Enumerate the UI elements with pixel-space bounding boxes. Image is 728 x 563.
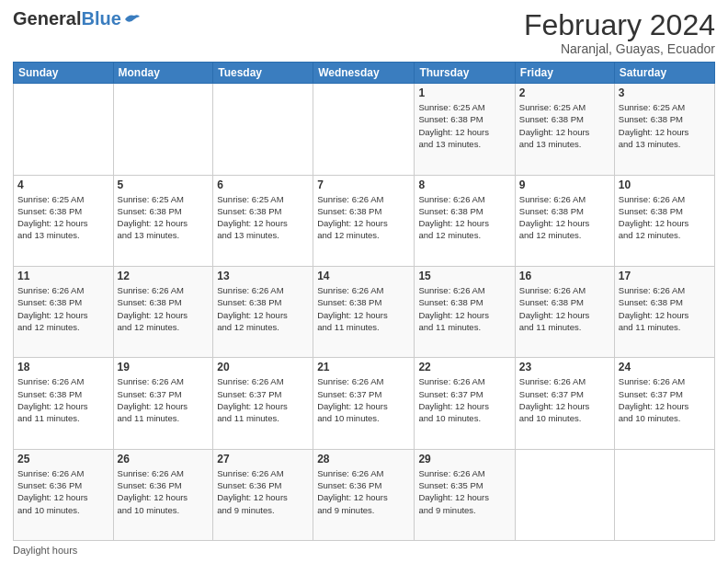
- day-info: Sunrise: 6:26 AMSunset: 6:38 PMDaylight:…: [619, 193, 711, 242]
- calendar-cell: 20Sunrise: 6:26 AMSunset: 6:37 PMDayligh…: [213, 358, 313, 449]
- calendar-cell: [113, 84, 213, 175]
- calendar-cell: 19Sunrise: 6:26 AMSunset: 6:37 PMDayligh…: [113, 358, 213, 449]
- calendar-week-row: 4Sunrise: 6:25 AMSunset: 6:38 PMDaylight…: [14, 175, 715, 266]
- day-number: 21: [317, 361, 410, 373]
- calendar-week-row: 11Sunrise: 6:26 AMSunset: 6:38 PMDayligh…: [14, 266, 715, 357]
- logo-bird-icon: [123, 12, 142, 25]
- calendar-cell: 10Sunrise: 6:26 AMSunset: 6:38 PMDayligh…: [614, 175, 714, 266]
- day-number: 17: [619, 270, 711, 282]
- day-number: 4: [17, 178, 109, 191]
- day-of-week-header: Tuesday: [213, 63, 313, 84]
- calendar-cell: 13Sunrise: 6:26 AMSunset: 6:38 PMDayligh…: [213, 266, 313, 357]
- day-number: 28: [317, 453, 410, 465]
- day-info: Sunrise: 6:26 AMSunset: 6:38 PMDaylight:…: [217, 284, 309, 333]
- day-number: 22: [418, 361, 510, 373]
- day-info: Sunrise: 6:26 AMSunset: 6:36 PMDaylight:…: [317, 467, 410, 516]
- day-number: 2: [519, 86, 610, 99]
- day-info: Sunrise: 6:26 AMSunset: 6:35 PMDaylight:…: [418, 467, 510, 516]
- calendar-cell: 11Sunrise: 6:26 AMSunset: 6:38 PMDayligh…: [14, 266, 114, 357]
- day-number: 24: [619, 361, 711, 373]
- day-info: Sunrise: 6:26 AMSunset: 6:37 PMDaylight:…: [418, 375, 510, 424]
- calendar-cell: 22Sunrise: 6:26 AMSunset: 6:37 PMDayligh…: [415, 358, 515, 449]
- calendar-cell: [614, 449, 714, 540]
- calendar-cell: 18Sunrise: 6:26 AMSunset: 6:38 PMDayligh…: [14, 358, 114, 449]
- calendar-cell: 9Sunrise: 6:26 AMSunset: 6:38 PMDaylight…: [515, 175, 614, 266]
- logo-text: GeneralBlue: [13, 9, 121, 28]
- day-info: Sunrise: 6:26 AMSunset: 6:37 PMDaylight:…: [217, 375, 309, 424]
- day-info: Sunrise: 6:26 AMSunset: 6:36 PMDaylight:…: [118, 467, 210, 516]
- calendar-cell: 23Sunrise: 6:26 AMSunset: 6:37 PMDayligh…: [515, 358, 614, 449]
- day-info: Sunrise: 6:26 AMSunset: 6:37 PMDaylight:…: [317, 375, 410, 424]
- day-info: Sunrise: 6:26 AMSunset: 6:38 PMDaylight:…: [519, 193, 610, 242]
- calendar-cell: 4Sunrise: 6:25 AMSunset: 6:38 PMDaylight…: [14, 175, 114, 266]
- calendar-cell: 29Sunrise: 6:26 AMSunset: 6:35 PMDayligh…: [415, 449, 515, 540]
- title-block: February 2024 Naranjal, Guayas, Ecuador: [524, 9, 715, 56]
- calendar-cell: 28Sunrise: 6:26 AMSunset: 6:36 PMDayligh…: [313, 449, 415, 540]
- day-number: 25: [17, 453, 109, 465]
- day-number: 18: [17, 361, 109, 373]
- day-number: 15: [418, 270, 510, 282]
- page: GeneralBlue February 2024 Naranjal, Guay…: [0, 0, 728, 563]
- day-info: Sunrise: 6:26 AMSunset: 6:38 PMDaylight:…: [17, 375, 109, 424]
- day-number: 19: [118, 361, 210, 373]
- day-info: Sunrise: 6:26 AMSunset: 6:36 PMDaylight:…: [217, 467, 309, 516]
- day-number: 10: [619, 178, 711, 191]
- calendar-cell: 7Sunrise: 6:26 AMSunset: 6:38 PMDaylight…: [313, 175, 415, 266]
- calendar-week-row: 1Sunrise: 6:25 AMSunset: 6:38 PMDaylight…: [14, 84, 715, 175]
- calendar-cell: 17Sunrise: 6:26 AMSunset: 6:38 PMDayligh…: [614, 266, 714, 357]
- day-number: 16: [519, 270, 610, 282]
- day-of-week-header: Wednesday: [313, 63, 415, 84]
- calendar-cell: 26Sunrise: 6:26 AMSunset: 6:36 PMDayligh…: [113, 449, 213, 540]
- day-number: 11: [17, 270, 109, 282]
- day-number: 12: [118, 270, 210, 282]
- day-of-week-header: Saturday: [614, 63, 714, 84]
- day-of-week-header: Friday: [515, 63, 614, 84]
- day-info: Sunrise: 6:26 AMSunset: 6:38 PMDaylight:…: [418, 284, 510, 333]
- day-number: 9: [519, 178, 610, 191]
- day-number: 20: [217, 361, 309, 373]
- day-number: 27: [217, 453, 309, 465]
- calendar-cell: 27Sunrise: 6:26 AMSunset: 6:36 PMDayligh…: [213, 449, 313, 540]
- day-info: Sunrise: 6:26 AMSunset: 6:38 PMDaylight:…: [418, 193, 510, 242]
- day-info: Sunrise: 6:26 AMSunset: 6:38 PMDaylight:…: [317, 284, 410, 333]
- day-number: 1: [418, 86, 510, 99]
- day-number: 29: [418, 453, 510, 465]
- day-info: Sunrise: 6:26 AMSunset: 6:38 PMDaylight:…: [317, 193, 410, 242]
- day-number: 13: [217, 270, 309, 282]
- calendar-cell: 6Sunrise: 6:25 AMSunset: 6:38 PMDaylight…: [213, 175, 313, 266]
- calendar-cell: 14Sunrise: 6:26 AMSunset: 6:38 PMDayligh…: [313, 266, 415, 357]
- day-info: Sunrise: 6:25 AMSunset: 6:38 PMDaylight:…: [217, 193, 309, 242]
- day-info: Sunrise: 6:26 AMSunset: 6:38 PMDaylight:…: [118, 284, 210, 333]
- calendar-cell: 5Sunrise: 6:25 AMSunset: 6:38 PMDaylight…: [113, 175, 213, 266]
- footer-label: Daylight hours: [13, 545, 77, 556]
- calendar-table: SundayMondayTuesdayWednesdayThursdayFrid…: [13, 62, 715, 541]
- day-number: 8: [418, 178, 510, 191]
- day-info: Sunrise: 6:26 AMSunset: 6:38 PMDaylight:…: [17, 284, 109, 333]
- calendar-header-row: SundayMondayTuesdayWednesdayThursdayFrid…: [14, 63, 715, 84]
- calendar-cell: 15Sunrise: 6:26 AMSunset: 6:38 PMDayligh…: [415, 266, 515, 357]
- day-number: 14: [317, 270, 410, 282]
- day-number: 5: [118, 178, 210, 191]
- day-info: Sunrise: 6:26 AMSunset: 6:37 PMDaylight:…: [118, 375, 210, 424]
- day-number: 7: [317, 178, 410, 191]
- day-number: 23: [519, 361, 610, 373]
- footer: Daylight hours: [13, 545, 715, 556]
- month-title: February 2024: [524, 9, 715, 41]
- day-of-week-header: Sunday: [14, 63, 114, 84]
- calendar-cell: 12Sunrise: 6:26 AMSunset: 6:38 PMDayligh…: [113, 266, 213, 357]
- day-info: Sunrise: 6:26 AMSunset: 6:38 PMDaylight:…: [619, 284, 711, 333]
- day-number: 26: [118, 453, 210, 465]
- calendar-cell: 2Sunrise: 6:25 AMSunset: 6:38 PMDaylight…: [515, 84, 614, 175]
- calendar-cell: 8Sunrise: 6:26 AMSunset: 6:38 PMDaylight…: [415, 175, 515, 266]
- calendar-cell: [213, 84, 313, 175]
- calendar-cell: 1Sunrise: 6:25 AMSunset: 6:38 PMDaylight…: [415, 84, 515, 175]
- calendar-cell: 21Sunrise: 6:26 AMSunset: 6:37 PMDayligh…: [313, 358, 415, 449]
- day-of-week-header: Monday: [113, 63, 213, 84]
- calendar-week-row: 18Sunrise: 6:26 AMSunset: 6:38 PMDayligh…: [14, 358, 715, 449]
- day-of-week-header: Thursday: [415, 63, 515, 84]
- calendar-cell: [313, 84, 415, 175]
- calendar-cell: 25Sunrise: 6:26 AMSunset: 6:36 PMDayligh…: [14, 449, 114, 540]
- calendar-week-row: 25Sunrise: 6:26 AMSunset: 6:36 PMDayligh…: [14, 449, 715, 540]
- header: GeneralBlue February 2024 Naranjal, Guay…: [13, 9, 715, 56]
- day-info: Sunrise: 6:26 AMSunset: 6:38 PMDaylight:…: [519, 284, 610, 333]
